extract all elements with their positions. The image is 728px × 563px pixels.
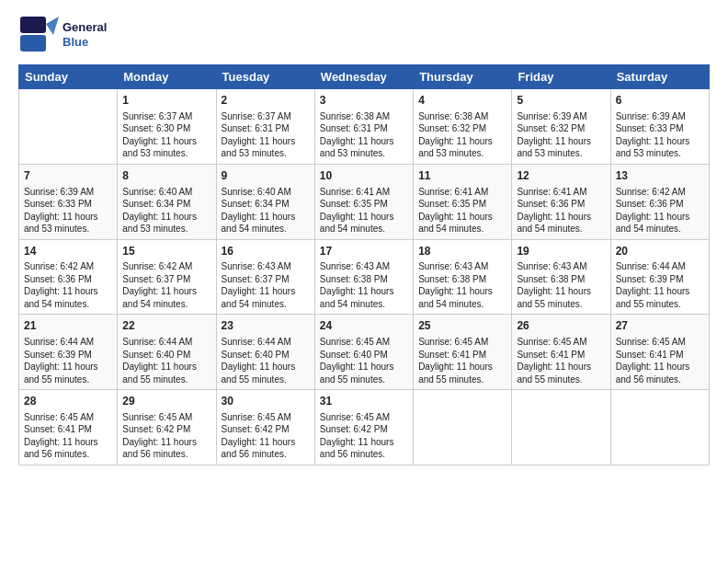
day-number: 8 xyxy=(122,168,210,184)
day-number: 12 xyxy=(517,168,605,184)
logo: GeneralBlue xyxy=(18,15,107,55)
day-cell: 15Sunrise: 6:42 AM Sunset: 6:37 PM Dayli… xyxy=(118,239,216,315)
day-cell: 24Sunrise: 6:45 AM Sunset: 6:40 PM Dayli… xyxy=(314,315,413,390)
day-cell: 21Sunrise: 6:44 AM Sunset: 6:39 PM Dayli… xyxy=(19,315,118,390)
cell-details: Sunrise: 6:45 AM Sunset: 6:42 PM Dayligh… xyxy=(122,411,210,461)
svg-rect-0 xyxy=(20,17,46,33)
day-cell: 23Sunrise: 6:44 AM Sunset: 6:40 PM Dayli… xyxy=(216,315,314,390)
week-row-1: 1Sunrise: 6:37 AM Sunset: 6:30 PM Daylig… xyxy=(19,89,710,165)
cell-details: Sunrise: 6:39 AM Sunset: 6:33 PM Dayligh… xyxy=(24,186,112,236)
day-cell: 25Sunrise: 6:45 AM Sunset: 6:41 PM Dayli… xyxy=(414,315,512,390)
cell-details: Sunrise: 6:40 AM Sunset: 6:34 PM Dayligh… xyxy=(122,186,210,236)
day-number: 20 xyxy=(616,244,704,259)
day-number: 22 xyxy=(122,318,210,334)
week-row-4: 21Sunrise: 6:44 AM Sunset: 6:39 PM Dayli… xyxy=(19,315,710,390)
header-cell-friday: Friday xyxy=(512,65,610,89)
day-cell: 18Sunrise: 6:43 AM Sunset: 6:38 PM Dayli… xyxy=(414,239,512,315)
header-cell-wednesday: Wednesday xyxy=(314,65,413,89)
day-cell: 7Sunrise: 6:39 AM Sunset: 6:33 PM Daylig… xyxy=(19,164,118,239)
day-cell: 28Sunrise: 6:45 AM Sunset: 6:41 PM Dayli… xyxy=(19,390,118,465)
day-number: 16 xyxy=(222,244,310,259)
cell-details: Sunrise: 6:44 AM Sunset: 6:40 PM Dayligh… xyxy=(222,336,310,385)
cell-details: Sunrise: 6:43 AM Sunset: 6:38 PM Dayligh… xyxy=(320,260,408,310)
svg-marker-2 xyxy=(46,17,59,35)
day-number: 6 xyxy=(616,93,704,109)
header-cell-monday: Monday xyxy=(118,65,216,89)
cell-details: Sunrise: 6:42 AM Sunset: 6:36 PM Dayligh… xyxy=(616,186,704,236)
cell-details: Sunrise: 6:43 AM Sunset: 6:38 PM Dayligh… xyxy=(418,260,506,310)
day-cell: 11Sunrise: 6:41 AM Sunset: 6:35 PM Dayli… xyxy=(414,164,512,239)
cell-details: Sunrise: 6:37 AM Sunset: 6:30 PM Dayligh… xyxy=(122,110,210,160)
day-number: 14 xyxy=(24,244,112,259)
day-cell: 17Sunrise: 6:43 AM Sunset: 6:38 PM Dayli… xyxy=(314,239,413,315)
day-cell xyxy=(610,390,709,465)
cell-details: Sunrise: 6:38 AM Sunset: 6:32 PM Dayligh… xyxy=(418,110,506,160)
day-number: 7 xyxy=(24,168,112,184)
calendar-header-row: SundayMondayTuesdayWednesdayThursdayFrid… xyxy=(19,65,710,89)
svg-rect-1 xyxy=(20,35,46,52)
logo-svg xyxy=(18,15,59,55)
day-cell: 1Sunrise: 6:37 AM Sunset: 6:30 PM Daylig… xyxy=(118,89,216,165)
day-number: 25 xyxy=(418,318,506,334)
day-number: 19 xyxy=(517,244,605,259)
day-number: 28 xyxy=(24,394,112,409)
cell-details: Sunrise: 6:41 AM Sunset: 6:35 PM Dayligh… xyxy=(320,186,408,236)
cell-details: Sunrise: 6:45 AM Sunset: 6:40 PM Dayligh… xyxy=(320,336,408,385)
day-number: 24 xyxy=(320,318,408,334)
day-cell: 10Sunrise: 6:41 AM Sunset: 6:35 PM Dayli… xyxy=(314,164,413,239)
day-number: 15 xyxy=(122,244,210,259)
cell-details: Sunrise: 6:38 AM Sunset: 6:31 PM Dayligh… xyxy=(320,110,408,160)
day-cell: 22Sunrise: 6:44 AM Sunset: 6:40 PM Dayli… xyxy=(118,315,216,390)
header-cell-sunday: Sunday xyxy=(19,65,118,89)
cell-details: Sunrise: 6:45 AM Sunset: 6:42 PM Dayligh… xyxy=(320,411,408,461)
day-number: 31 xyxy=(320,394,408,409)
page-container: GeneralBlue SundayMondayTuesdayWednesday… xyxy=(0,0,728,475)
day-number: 17 xyxy=(320,244,408,259)
cell-details: Sunrise: 6:45 AM Sunset: 6:41 PM Dayligh… xyxy=(616,336,704,385)
week-row-5: 28Sunrise: 6:45 AM Sunset: 6:41 PM Dayli… xyxy=(19,390,710,465)
day-cell: 19Sunrise: 6:43 AM Sunset: 6:38 PM Dayli… xyxy=(512,239,610,315)
day-cell: 14Sunrise: 6:42 AM Sunset: 6:36 PM Dayli… xyxy=(19,239,118,315)
cell-details: Sunrise: 6:44 AM Sunset: 6:40 PM Dayligh… xyxy=(122,336,210,385)
day-number: 29 xyxy=(122,394,210,409)
cell-details: Sunrise: 6:39 AM Sunset: 6:32 PM Dayligh… xyxy=(517,110,605,160)
cell-details: Sunrise: 6:39 AM Sunset: 6:33 PM Dayligh… xyxy=(616,110,704,160)
day-cell: 30Sunrise: 6:45 AM Sunset: 6:42 PM Dayli… xyxy=(216,390,314,465)
day-number: 2 xyxy=(222,93,310,109)
cell-details: Sunrise: 6:45 AM Sunset: 6:41 PM Dayligh… xyxy=(517,336,605,385)
header-cell-tuesday: Tuesday xyxy=(216,65,314,89)
day-number: 1 xyxy=(122,93,210,109)
header: GeneralBlue xyxy=(18,15,710,55)
cell-details: Sunrise: 6:40 AM Sunset: 6:34 PM Dayligh… xyxy=(222,186,310,236)
day-number: 21 xyxy=(24,318,112,334)
day-cell: 4Sunrise: 6:38 AM Sunset: 6:32 PM Daylig… xyxy=(414,89,512,165)
day-cell: 20Sunrise: 6:44 AM Sunset: 6:39 PM Dayli… xyxy=(610,239,709,315)
day-cell xyxy=(19,89,118,165)
cell-details: Sunrise: 6:45 AM Sunset: 6:41 PM Dayligh… xyxy=(24,411,112,461)
day-number: 23 xyxy=(222,318,310,334)
cell-details: Sunrise: 6:42 AM Sunset: 6:37 PM Dayligh… xyxy=(122,260,210,310)
day-number: 10 xyxy=(320,168,408,184)
day-cell: 12Sunrise: 6:41 AM Sunset: 6:36 PM Dayli… xyxy=(512,164,610,239)
day-number: 11 xyxy=(418,168,506,184)
day-number: 27 xyxy=(616,318,704,334)
header-cell-saturday: Saturday xyxy=(610,65,709,89)
day-number: 26 xyxy=(517,318,605,334)
day-cell: 2Sunrise: 6:37 AM Sunset: 6:31 PM Daylig… xyxy=(216,89,314,165)
day-number: 18 xyxy=(418,244,506,259)
day-cell: 5Sunrise: 6:39 AM Sunset: 6:32 PM Daylig… xyxy=(512,89,610,165)
day-cell: 31Sunrise: 6:45 AM Sunset: 6:42 PM Dayli… xyxy=(314,390,413,465)
header-cell-thursday: Thursday xyxy=(414,65,512,89)
calendar-table: SundayMondayTuesdayWednesdayThursdayFrid… xyxy=(18,64,710,465)
day-number: 9 xyxy=(222,168,310,184)
day-number: 4 xyxy=(418,93,506,109)
cell-details: Sunrise: 6:45 AM Sunset: 6:42 PM Dayligh… xyxy=(222,411,310,461)
day-number: 3 xyxy=(320,93,408,109)
day-number: 30 xyxy=(222,394,310,409)
cell-details: Sunrise: 6:41 AM Sunset: 6:35 PM Dayligh… xyxy=(418,186,506,236)
cell-details: Sunrise: 6:43 AM Sunset: 6:38 PM Dayligh… xyxy=(517,260,605,310)
week-row-3: 14Sunrise: 6:42 AM Sunset: 6:36 PM Dayli… xyxy=(19,239,710,315)
logo-blue-text: Blue xyxy=(63,35,107,50)
day-cell: 9Sunrise: 6:40 AM Sunset: 6:34 PM Daylig… xyxy=(216,164,314,239)
day-cell: 6Sunrise: 6:39 AM Sunset: 6:33 PM Daylig… xyxy=(610,89,709,165)
